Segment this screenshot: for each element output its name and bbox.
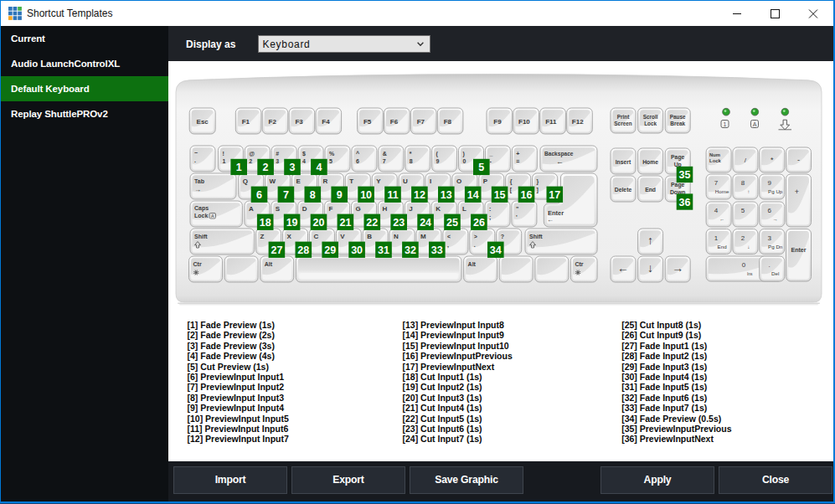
- svg-text:End: End: [718, 244, 728, 249]
- svg-text:Print: Print: [617, 114, 630, 120]
- svg-text:←: ←: [719, 216, 724, 222]
- svg-text:Pg Up: Pg Up: [768, 188, 783, 194]
- svg-text:Y: Y: [376, 177, 381, 185]
- svg-text:": ": [516, 206, 518, 212]
- svg-text:?: ?: [501, 234, 504, 239]
- svg-text:<: <: [447, 234, 451, 239]
- svg-text:Ctr: Ctr: [193, 261, 202, 267]
- svg-text:6: 6: [767, 207, 771, 214]
- svg-text:F3: F3: [295, 118, 303, 126]
- svg-text:F2: F2: [269, 118, 277, 126]
- svg-text:,: ,: [447, 242, 449, 249]
- svg-text:}: }: [537, 178, 539, 185]
- svg-text:Page: Page: [671, 182, 684, 188]
- svg-text:A: A: [753, 121, 757, 127]
- svg-text:9: 9: [337, 189, 343, 201]
- svg-text:26: 26: [473, 217, 485, 229]
- svg-text:W: W: [270, 177, 276, 185]
- svg-text:Q: Q: [243, 177, 248, 185]
- svg-text:Lock: Lock: [194, 213, 208, 219]
- svg-text:F7: F7: [417, 118, 425, 126]
- svg-text:↓: ↓: [747, 244, 750, 249]
- svg-text:35: 35: [679, 169, 691, 181]
- svg-text:36: 36: [679, 197, 691, 208]
- svg-text:4: 4: [316, 162, 322, 173]
- svg-text:F5: F5: [363, 118, 372, 126]
- svg-text:Delete: Delete: [615, 187, 632, 193]
- svg-text:*: *: [410, 151, 412, 157]
- svg-text:1: 1: [714, 234, 719, 242]
- svg-text:Caps: Caps: [194, 205, 209, 212]
- svg-text:6: 6: [256, 189, 262, 201]
- svg-text:Ctr: Ctr: [575, 261, 583, 267]
- svg-text:4: 4: [302, 158, 306, 164]
- svg-text:;: ;: [489, 214, 491, 221]
- svg-text:V: V: [340, 233, 345, 240]
- svg-text:Enter: Enter: [791, 247, 807, 253]
- svg-text:1: 1: [222, 158, 225, 164]
- svg-text:Insert: Insert: [616, 159, 631, 165]
- svg-text:F11: F11: [545, 118, 557, 126]
- svg-text:2: 2: [263, 162, 269, 173]
- svg-text:Num: Num: [709, 152, 720, 157]
- svg-text:Break: Break: [670, 121, 685, 126]
- svg-text:.: .: [474, 242, 476, 248]
- svg-text:F4: F4: [322, 118, 330, 126]
- svg-text:#: #: [276, 151, 279, 157]
- svg-text:]: ]: [537, 187, 539, 193]
- svg-text:31: 31: [378, 244, 389, 256]
- svg-text:Scroll: Scroll: [643, 114, 658, 120]
- svg-text:Alt: Alt: [468, 261, 477, 267]
- svg-text:Lock: Lock: [709, 158, 721, 163]
- svg-text:3: 3: [767, 234, 771, 242]
- svg-text:5: 5: [478, 162, 484, 173]
- svg-text:E: E: [296, 177, 302, 185]
- svg-text:Ins: Ins: [747, 272, 753, 276]
- svg-text:F: F: [329, 205, 333, 213]
- svg-text:24: 24: [420, 217, 431, 229]
- svg-text:3: 3: [276, 158, 279, 164]
- svg-text:4: 4: [714, 207, 719, 214]
- svg-text:&: &: [383, 151, 387, 157]
- svg-text:19: 19: [286, 217, 298, 229]
- svg-text:16: 16: [521, 189, 533, 201]
- svg-text:): ): [463, 151, 465, 157]
- svg-text:29: 29: [324, 244, 336, 256]
- svg-text:18: 18: [260, 217, 271, 229]
- svg-text:U: U: [403, 177, 408, 185]
- svg-text:10: 10: [360, 189, 372, 201]
- svg-text:7: 7: [283, 189, 289, 201]
- svg-text:R: R: [322, 177, 327, 185]
- svg-text:Backspace: Backspace: [544, 151, 574, 157]
- svg-text:15: 15: [494, 189, 506, 201]
- svg-text:21: 21: [339, 217, 351, 229]
- svg-text:+: +: [516, 151, 519, 157]
- svg-text:11: 11: [387, 189, 398, 201]
- svg-text:33: 33: [431, 244, 443, 256]
- svg-text:30: 30: [351, 244, 363, 256]
- svg-text:0: 0: [742, 261, 746, 269]
- svg-text:Shift: Shift: [194, 234, 208, 239]
- svg-text:N: N: [394, 233, 399, 240]
- svg-text:12: 12: [414, 189, 425, 201]
- svg-text:25: 25: [446, 217, 458, 229]
- svg-text:F6: F6: [390, 118, 399, 126]
- svg-text:M: M: [420, 233, 426, 240]
- svg-text:←: ←: [547, 216, 554, 224]
- svg-text:→: →: [672, 261, 683, 275]
- svg-text:9: 9: [436, 158, 440, 164]
- svg-text:$: $: [302, 151, 306, 157]
- svg-text:O: O: [456, 177, 461, 185]
- svg-text:F1: F1: [242, 118, 250, 126]
- svg-text:!: !: [222, 151, 224, 157]
- svg-text:Lock: Lock: [644, 121, 657, 126]
- svg-text:~: ~: [194, 150, 198, 156]
- svg-text:←: ←: [556, 157, 564, 166]
- svg-text:Z: Z: [260, 233, 265, 240]
- svg-text:C: C: [313, 233, 318, 240]
- svg-text:20: 20: [313, 217, 325, 229]
- svg-text:I: I: [430, 177, 431, 185]
- svg-text:32: 32: [405, 244, 416, 256]
- svg-text:F8: F8: [444, 118, 452, 126]
- svg-text:14: 14: [467, 189, 479, 201]
